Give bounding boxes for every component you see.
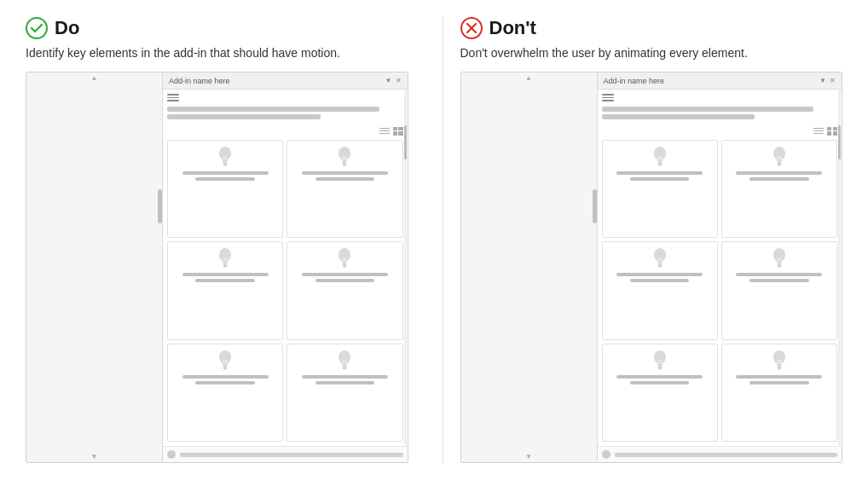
do-icon	[26, 17, 48, 39]
do-content-bar-1	[167, 107, 379, 112]
dont-sidebar: Add-in name here ▼ ✕	[598, 72, 842, 462]
do-sidebar-titlebar: Add-in name here ▼ ✕	[163, 72, 408, 90]
dont-sidebar-controls: ▼ ✕	[819, 77, 836, 84]
svg-rect-33	[778, 266, 781, 268]
dont-main-panel: ▲ ▼	[461, 72, 598, 462]
dont-sidebar-bottom	[598, 446, 842, 462]
dont-content-bar-2	[602, 114, 755, 119]
dont-content-bars	[602, 107, 838, 122]
do-close-icon[interactable]: ✕	[396, 77, 402, 84]
dont-sidebar-body	[598, 90, 842, 446]
dont-card-2-bar-1	[736, 171, 822, 175]
svg-rect-29	[657, 264, 662, 266]
do-collapse-icon[interactable]: ▼	[385, 77, 392, 84]
do-card-5	[167, 344, 283, 442]
do-sidebar-controls: ▼ ✕	[385, 77, 402, 84]
dont-menu-line-1	[602, 94, 614, 95]
svg-rect-26	[777, 163, 781, 165]
svg-rect-23	[657, 163, 662, 165]
do-card-1-bar-1	[182, 171, 269, 175]
dont-icon	[460, 17, 483, 39]
do-card-4-bar-2	[315, 279, 374, 282]
dont-collapse-icon[interactable]: ▼	[819, 77, 826, 84]
dont-card-6-bar-2	[749, 381, 808, 385]
do-card-2-bar-1	[302, 171, 388, 175]
dont-title: Don't	[489, 17, 536, 39]
dont-card-2-icon	[767, 145, 791, 169]
dont-content-bar-1	[602, 107, 814, 112]
dont-mockup: ▲ ▼ Add-in name here ▼ ✕	[460, 72, 843, 463]
dont-menu-line-3	[602, 100, 614, 101]
svg-rect-15	[223, 368, 227, 370]
do-sidebar: Add-in name here ▼ ✕	[163, 72, 408, 462]
do-card-3-bar-1	[182, 273, 269, 276]
dont-bottom-circle	[602, 450, 610, 459]
do-scroll-up: ▲	[26, 72, 162, 84]
do-grid-icon	[393, 127, 403, 136]
do-card-5-icon	[213, 349, 237, 373]
do-card-2	[286, 140, 402, 239]
do-mockup: ▲ ▼ Add-in name here ▼ ✕	[26, 72, 408, 463]
dont-menu-line-2	[602, 97, 614, 99]
dont-card-3	[602, 241, 718, 340]
do-main-scrollbar	[158, 189, 162, 223]
do-card-1	[167, 140, 283, 239]
dont-column: Don't Don't overwhelm the user by animat…	[452, 17, 843, 463]
dont-header: Don't	[460, 17, 843, 39]
do-menu-icon	[167, 94, 403, 101]
do-card-2-bar-2	[315, 177, 374, 181]
dont-menu-icon	[602, 94, 838, 101]
svg-rect-27	[778, 165, 781, 166]
dont-card-1-bar-1	[616, 171, 703, 175]
dont-card-2-bar-2	[749, 177, 808, 181]
do-card-3-bar-2	[195, 279, 254, 282]
dont-grid-icon	[827, 127, 837, 136]
do-card-3	[167, 241, 283, 340]
do-sidebar-bottom	[163, 446, 408, 462]
do-scrollbar-thumb	[404, 125, 407, 159]
dont-description: Don't overwhelm the user by animating ev…	[460, 46, 843, 60]
do-card-5-bar-1	[182, 375, 269, 379]
dont-card-6	[721, 344, 837, 442]
do-card-1-bar-2	[195, 177, 254, 181]
do-sidebar-scrollbar	[403, 90, 408, 445]
svg-rect-38	[777, 367, 781, 368]
svg-rect-11	[343, 264, 347, 266]
do-card-4-bar-1	[302, 273, 388, 276]
do-card-6-icon	[333, 349, 356, 373]
do-card-4-icon	[333, 246, 356, 270]
do-toolbar	[167, 127, 403, 136]
dont-card-3-icon	[648, 246, 672, 270]
svg-rect-39	[778, 368, 781, 370]
dont-close-icon[interactable]: ✕	[830, 77, 836, 84]
svg-rect-35	[657, 367, 662, 368]
do-menu-line-3	[167, 100, 179, 101]
main-layout: Do Identify key elements in the add-in t…	[26, 17, 842, 463]
do-column: Do Identify key elements in the add-in t…	[26, 17, 434, 463]
do-menu-line-2	[167, 97, 179, 99]
do-card-4	[286, 241, 402, 340]
do-card-6	[286, 344, 402, 442]
dont-card-4-bar-1	[736, 273, 822, 276]
do-scrollbar-track	[404, 90, 407, 445]
svg-rect-9	[223, 266, 227, 268]
do-scroll-down: ▼	[26, 451, 162, 462]
do-card-3-icon	[213, 246, 237, 270]
dont-toolbar	[602, 127, 838, 136]
dont-card-1-icon	[648, 145, 672, 169]
do-card-5-bar-2	[195, 381, 254, 385]
svg-rect-17	[343, 367, 347, 368]
svg-rect-6	[343, 165, 346, 166]
do-description: Identify key elements in the add-in that…	[26, 46, 408, 60]
do-bottom-bar	[180, 453, 403, 457]
do-main-panel: ▲ ▼	[26, 72, 163, 462]
dont-card-2	[721, 140, 837, 239]
dont-list-icon	[813, 127, 824, 136]
do-card-2-icon	[333, 145, 356, 169]
dont-card-6-bar-1	[736, 375, 822, 379]
dont-card-4-icon	[767, 246, 791, 270]
svg-rect-32	[777, 264, 781, 266]
dont-card-4	[721, 241, 837, 340]
dont-card-5-bar-2	[630, 381, 689, 385]
svg-rect-8	[223, 264, 228, 266]
